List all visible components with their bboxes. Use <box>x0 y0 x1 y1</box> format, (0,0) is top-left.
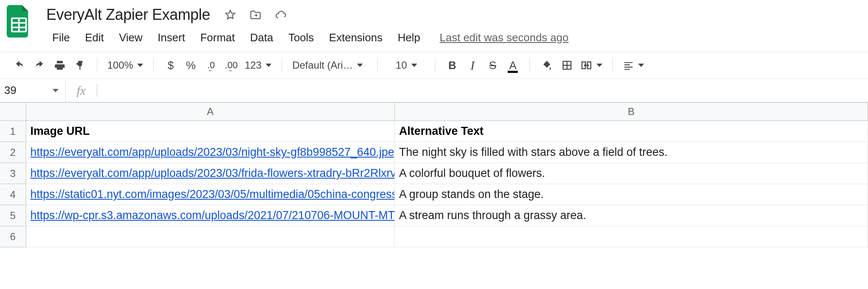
toolbar-separator <box>282 58 282 73</box>
table-row: 4 https://static01.nyt.com/images/2023/0… <box>0 184 868 205</box>
font-size-value: 10 <box>396 59 407 71</box>
print-button[interactable] <box>51 57 69 74</box>
caret-down-icon <box>357 64 363 67</box>
caret-down-icon <box>266 64 272 67</box>
table-row: 3 https://everyalt.com/app/uploads/2023/… <box>0 163 868 184</box>
cell-A1[interactable]: Image URL <box>26 121 395 142</box>
toolbar-separator <box>530 58 530 73</box>
menu-tools[interactable]: Tools <box>281 29 322 47</box>
menu-view[interactable]: View <box>112 29 150 47</box>
row-header-2[interactable]: 2 <box>0 142 26 163</box>
cell-A2[interactable]: https://everyalt.com/app/uploads/2023/03… <box>26 142 395 163</box>
borders-button[interactable] <box>558 57 576 74</box>
url-link[interactable]: https://static01.nyt.com/images/2023/03/… <box>30 188 395 201</box>
toolbar-separator <box>377 58 378 73</box>
italic-button[interactable]: I <box>463 57 482 74</box>
formula-input[interactable] <box>97 79 868 102</box>
menu-data[interactable]: Data <box>242 29 281 47</box>
toolbar: 100% $ % .0 .00 123 Default (Ari… 10 B I… <box>0 52 868 79</box>
menu-insert[interactable]: Insert <box>150 29 193 47</box>
sheets-logo-icon[interactable] <box>7 5 31 38</box>
doc-title-row: EveryAlt Zapier Example <box>45 5 861 24</box>
row-header-6[interactable]: 6 <box>0 226 26 247</box>
cell-A6[interactable] <box>26 226 395 247</box>
cell-B2[interactable]: The night sky is filled with stars above… <box>395 142 868 163</box>
paint-format-button[interactable] <box>71 57 89 74</box>
doc-header: EveryAlt Zapier Example File Edit View I… <box>45 5 861 47</box>
name-box-value: 39 <box>4 84 16 97</box>
title-bar: EveryAlt Zapier Example File Edit View I… <box>0 0 868 47</box>
zoom-value: 100% <box>107 59 133 71</box>
name-box[interactable]: 39 <box>0 79 66 102</box>
url-link[interactable]: https://wp-cpr.s3.amazonaws.com/uploads/… <box>30 209 395 222</box>
move-to-folder-icon[interactable] <box>249 8 262 21</box>
toolbar-separator <box>435 58 435 73</box>
last-edit-link[interactable]: Last edit was seconds ago <box>439 31 568 44</box>
url-link[interactable]: https://everyalt.com/app/uploads/2023/03… <box>30 167 395 180</box>
zoom-dropdown[interactable]: 100% <box>105 59 146 71</box>
horizontal-align-dropdown[interactable] <box>620 60 647 71</box>
row-header-4[interactable]: 4 <box>0 184 26 205</box>
menu-format[interactable]: Format <box>193 29 242 47</box>
table-row: 6 <box>0 226 868 247</box>
cell-B5[interactable]: A stream runs through a grassy area. <box>395 205 868 226</box>
spreadsheet-grid[interactable]: A B 1 Image URL Alternative Text 2 https… <box>0 102 868 289</box>
redo-button[interactable] <box>30 57 49 74</box>
cell-A3[interactable]: https://everyalt.com/app/uploads/2023/03… <box>26 163 395 184</box>
menu-extensions[interactable]: Extensions <box>322 29 390 47</box>
app-root: EveryAlt Zapier Example File Edit View I… <box>0 0 868 289</box>
fill-color-button[interactable] <box>538 57 556 74</box>
text-color-button[interactable]: A <box>503 57 522 74</box>
table-row: 1 Image URL Alternative Text <box>0 121 868 142</box>
fx-icon: fx <box>66 83 97 98</box>
cell-B3[interactable]: A colorful bouquet of flowers. <box>395 163 868 184</box>
menu-file[interactable]: File <box>45 29 77 47</box>
more-formats-label: 123 <box>245 59 261 71</box>
toolbar-separator <box>153 58 154 73</box>
row-header-1[interactable]: 1 <box>0 121 26 142</box>
formula-bar: 39 fx <box>0 79 868 102</box>
caret-down-icon <box>137 64 143 67</box>
cell-A5[interactable]: https://wp-cpr.s3.amazonaws.com/uploads/… <box>26 205 395 226</box>
increase-decimal-button[interactable]: .00 <box>222 57 240 74</box>
select-all-corner[interactable] <box>0 103 26 120</box>
caret-down-icon <box>596 64 602 67</box>
menu-edit[interactable]: Edit <box>77 29 112 47</box>
cell-B1[interactable]: Alternative Text <box>395 121 868 142</box>
url-link[interactable]: https://everyalt.com/app/uploads/2023/03… <box>30 146 395 159</box>
row-header-5[interactable]: 5 <box>0 205 26 226</box>
format-currency-button[interactable]: $ <box>161 57 180 74</box>
toolbar-separator <box>612 58 613 73</box>
caret-down-icon <box>411 64 417 67</box>
column-header-A[interactable]: A <box>26 103 395 120</box>
toolbar-separator <box>97 58 97 73</box>
font-size-dropdown[interactable]: 10 <box>385 59 427 71</box>
bold-button[interactable]: B <box>443 57 461 74</box>
font-family-dropdown[interactable]: Default (Ari… <box>290 59 370 71</box>
cell-B6[interactable] <box>395 226 868 247</box>
table-row: 2 https://everyalt.com/app/uploads/2023/… <box>0 142 868 163</box>
column-header-row: A B <box>0 102 868 121</box>
column-header-B[interactable]: B <box>395 103 868 120</box>
strikethrough-button[interactable]: S <box>483 57 502 74</box>
caret-down-icon <box>53 89 59 92</box>
star-icon[interactable] <box>224 8 237 21</box>
menu-bar: File Edit View Insert Format Data Tools … <box>45 29 861 47</box>
merge-cells-dropdown[interactable] <box>578 59 605 71</box>
cell-B4[interactable]: A group stands on the stage. <box>395 184 868 205</box>
table-row: 5 https://wp-cpr.s3.amazonaws.com/upload… <box>0 205 868 226</box>
menu-help[interactable]: Help <box>390 29 428 47</box>
decrease-decimal-button[interactable]: .0 <box>202 57 220 74</box>
font-family-label: Default (Ari… <box>292 59 353 71</box>
undo-button[interactable] <box>10 57 29 74</box>
more-formats-dropdown[interactable]: 123 <box>242 59 274 71</box>
document-title[interactable]: EveryAlt Zapier Example <box>45 5 212 24</box>
format-percent-button[interactable]: % <box>181 57 200 74</box>
cell-A4[interactable]: https://static01.nyt.com/images/2023/03/… <box>26 184 395 205</box>
caret-down-icon <box>638 64 644 67</box>
row-header-3[interactable]: 3 <box>0 163 26 184</box>
cloud-status-icon[interactable] <box>274 8 288 21</box>
